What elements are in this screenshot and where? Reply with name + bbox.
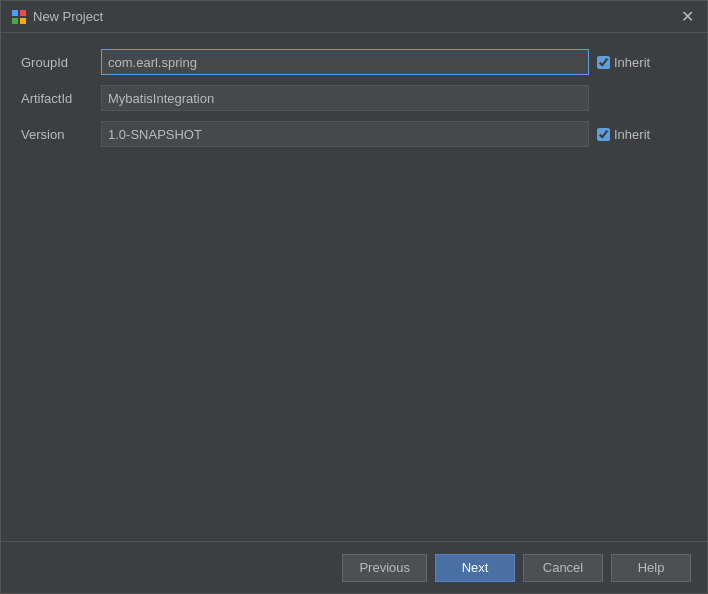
close-button[interactable]: ✕ xyxy=(677,7,697,27)
group-id-input[interactable] xyxy=(101,49,589,75)
content-area: GroupId Inherit ArtifactId Version xyxy=(1,33,707,303)
group-id-inherit-label: Inherit xyxy=(614,55,650,70)
version-inherit-checkbox[interactable] xyxy=(597,128,610,141)
next-button[interactable]: Next xyxy=(435,554,515,582)
content-spacer xyxy=(1,303,707,541)
version-inherit-wrap: Inherit xyxy=(597,127,687,142)
svg-rect-0 xyxy=(12,10,18,16)
dialog-title: New Project xyxy=(33,9,103,24)
help-button[interactable]: Help xyxy=(611,554,691,582)
group-id-input-wrap: Inherit xyxy=(101,49,687,75)
new-project-dialog: New Project ✕ GroupId Inherit ArtifactId xyxy=(0,0,708,594)
version-input[interactable] xyxy=(101,121,589,147)
cancel-button[interactable]: Cancel xyxy=(523,554,603,582)
group-id-row: GroupId Inherit xyxy=(21,49,687,75)
button-bar: Previous Next Cancel Help xyxy=(1,541,707,593)
previous-button[interactable]: Previous xyxy=(342,554,427,582)
svg-rect-2 xyxy=(12,18,18,24)
svg-rect-1 xyxy=(20,10,26,16)
version-input-wrap: Inherit xyxy=(101,121,687,147)
group-id-inherit-checkbox[interactable] xyxy=(597,56,610,69)
artifact-id-label: ArtifactId xyxy=(21,91,101,106)
title-bar: New Project ✕ xyxy=(1,1,707,33)
version-inherit-label: Inherit xyxy=(614,127,650,142)
title-bar-left: New Project xyxy=(11,9,103,25)
group-id-inherit-wrap: Inherit xyxy=(597,55,687,70)
artifact-id-row: ArtifactId xyxy=(21,85,687,111)
project-icon xyxy=(11,9,27,25)
artifact-id-input-wrap xyxy=(101,85,687,111)
artifact-id-input[interactable] xyxy=(101,85,589,111)
group-id-label: GroupId xyxy=(21,55,101,70)
version-label: Version xyxy=(21,127,101,142)
version-row: Version Inherit xyxy=(21,121,687,147)
svg-rect-3 xyxy=(20,18,26,24)
